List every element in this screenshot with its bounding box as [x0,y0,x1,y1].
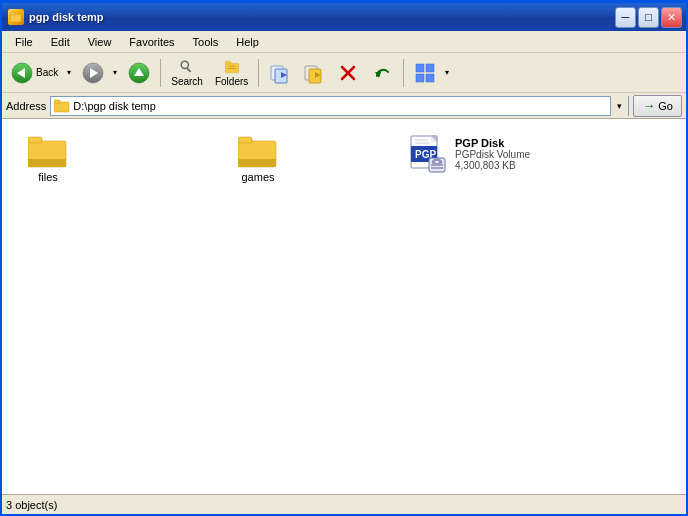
file-area: files games [2,119,686,494]
folder-games[interactable]: games [222,129,294,188]
close-button[interactable]: ✕ [661,7,682,28]
address-chevron-icon: ▾ [617,101,622,111]
separator-3 [403,59,404,87]
toolbar: Back ▾ ▾ [2,53,686,93]
title-bar-left: pgp disk temp [8,9,104,25]
status-text: 3 object(s) [6,499,57,511]
forward-icon [82,62,104,84]
svg-rect-11 [225,61,230,64]
svg-rect-34 [238,159,276,167]
undo-icon [371,62,393,84]
back-label: Back [36,67,58,78]
window-title: pgp disk temp [29,11,104,23]
svg-rect-25 [416,74,424,82]
move-to-button[interactable] [298,56,330,90]
folders-button[interactable]: Folders [210,56,253,90]
go-arrow-icon: → [642,98,655,113]
svg-rect-27 [54,102,69,112]
address-input-container: ▾ [50,96,629,116]
folder-games-icon [238,134,278,168]
address-bar: Address ▾ → Go [2,93,686,119]
back-chevron-icon: ▾ [67,68,71,77]
menu-view[interactable]: View [79,33,121,51]
menu-edit[interactable]: Edit [42,33,79,51]
svg-rect-33 [238,137,252,143]
forward-chevron-icon: ▾ [113,68,117,77]
svg-rect-23 [416,64,424,72]
window: pgp disk temp ─ □ ✕ File Edit View Favor… [0,0,688,516]
pgpdisk-item[interactable]: PGP PGP Disk PGPdisk Volume 4,300,803 KB [402,129,535,179]
svg-rect-28 [54,100,60,103]
back-nav: Back ▾ [6,56,75,90]
views-nav: ▾ [409,56,453,90]
search-toolbar-icon [176,59,198,75]
delete-button[interactable] [332,56,364,90]
go-label: Go [658,100,673,112]
window-icon [8,9,24,25]
menu-tools[interactable]: Tools [184,33,228,51]
views-chevron-icon: ▾ [445,68,449,77]
views-icon [414,62,436,84]
address-dropdown[interactable]: ▾ [610,96,628,116]
svg-point-8 [181,61,188,68]
menu-favorites[interactable]: Favorites [120,33,183,51]
svg-rect-26 [426,74,434,82]
folders-label: Folders [215,76,248,87]
menu-file[interactable]: File [6,33,42,51]
title-bar: pgp disk temp ─ □ ✕ [2,3,686,31]
search-button[interactable]: Search [166,56,208,90]
svg-rect-45 [431,164,443,166]
up-icon [128,62,150,84]
pgpdisk-info: PGP Disk PGPdisk Volume 4,300,803 KB [455,137,530,171]
title-buttons: ─ □ ✕ [615,7,682,28]
folder-games-label: games [241,171,274,183]
maximize-button[interactable]: □ [638,7,659,28]
folder-files-icon [28,134,68,168]
undo-button[interactable] [366,56,398,90]
back-icon [11,62,33,84]
svg-rect-1 [10,12,15,15]
folder-files[interactable]: files [12,129,84,188]
svg-rect-31 [28,159,66,167]
svg-point-44 [435,161,439,163]
views-button[interactable] [409,56,441,90]
minimize-button[interactable]: ─ [615,7,636,28]
separator-2 [258,59,259,87]
pgpdisk-icon: PGP [407,134,447,174]
delete-icon [337,62,359,84]
menu-help[interactable]: Help [227,33,268,51]
separator-1 [160,59,161,87]
svg-rect-9 [187,67,192,72]
svg-rect-24 [426,64,434,72]
views-dropdown[interactable]: ▾ [441,56,453,90]
pgpdisk-size: 4,300,803 KB [455,160,530,171]
go-button[interactable]: → Go [633,95,682,117]
folders-icon [221,59,243,75]
menu-bar: File Edit View Favorites Tools Help [2,31,686,53]
search-label: Search [171,76,203,87]
move-to-icon [303,62,325,84]
folder-files-label: files [38,171,58,183]
address-label: Address [6,100,46,112]
up-button[interactable] [123,56,155,90]
svg-marker-22 [375,72,381,78]
svg-rect-46 [431,167,443,169]
status-bar: 3 object(s) [2,494,686,514]
pgpdisk-type: PGPdisk Volume [455,149,530,160]
copy-to-icon [269,62,291,84]
pgpdisk-name: PGP Disk [455,137,530,149]
forward-dropdown[interactable]: ▾ [109,56,121,90]
svg-rect-30 [28,137,42,143]
address-input[interactable] [71,100,610,112]
copy-to-button[interactable] [264,56,296,90]
back-button[interactable]: Back [6,56,63,90]
address-folder-icon [53,97,71,115]
forward-button[interactable] [77,56,109,90]
back-dropdown[interactable]: ▾ [63,56,75,90]
forward-nav: ▾ [77,56,121,90]
